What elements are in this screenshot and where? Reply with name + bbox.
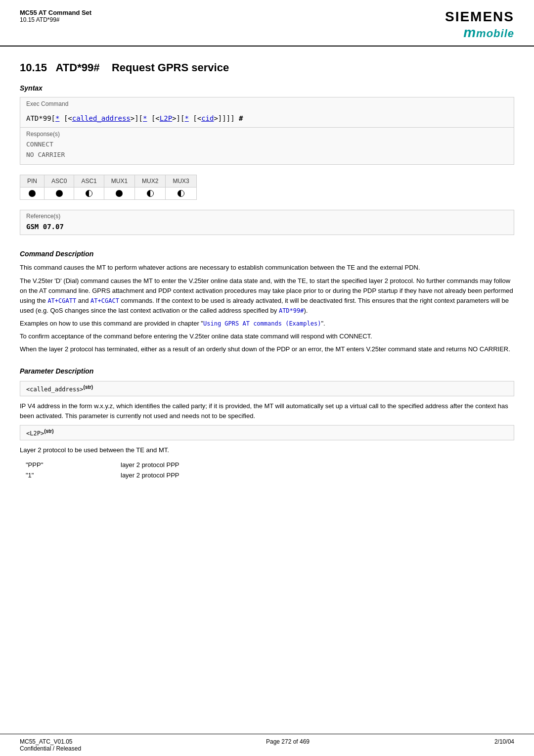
command-text: ATD*99[* [<called_address>][* [<L2P>][* … — [26, 114, 243, 122]
pin-cell-mux3 — [166, 187, 196, 200]
footer-date: 2/10/04 — [494, 738, 514, 752]
page-footer: MC55_ATC_V01.05 Confidential / Released … — [0, 734, 534, 756]
pin-header-mux1: MUX1 — [104, 175, 134, 187]
circle-full-pin — [29, 190, 36, 197]
section-heading: 10.15 ATD*99# Request GPRS service — [20, 61, 514, 74]
cmd-desc-para-1: This command causes the MT to perform wh… — [20, 263, 514, 273]
l2p-superscript: (str) — [44, 428, 53, 434]
page-header: MC55 AT Command Set 10.15 ATD*99# SIEMEN… — [0, 0, 534, 47]
cmd-desc-para-5: When the layer 2 protocol has terminated… — [20, 344, 514, 354]
command-line: ATD*99[* [<called_address>][* [<L2P>][* … — [20, 110, 514, 127]
circle-full-asc0 — [56, 190, 63, 197]
param-called-address-box: <called_address>(str) — [20, 381, 514, 396]
cmd-desc-para-4: To confirm acceptance of the command bef… — [20, 331, 514, 341]
pin-cell-asc0 — [44, 187, 74, 200]
pin-cell-mux1 — [104, 187, 134, 200]
pin-header-mux2: MUX2 — [135, 175, 166, 187]
param-l2p-val-ppp: "PPP" — [21, 460, 120, 470]
pin-header-pin: PIN — [20, 175, 44, 187]
main-content: 10.15 ATD*99# Request GPRS service Synta… — [0, 47, 534, 511]
pin-header-asc1: ASC1 — [74, 175, 104, 187]
pin-table-container: PIN ASC0 ASC1 MUX1 MUX2 MUX3 — [20, 175, 514, 200]
section-number: 10.15 — [20, 61, 47, 74]
pin-table: PIN ASC0 ASC1 MUX1 MUX2 MUX3 — [20, 175, 197, 200]
reference-value: GSM 07.07 — [20, 221, 514, 235]
syntax-label: Syntax — [20, 84, 514, 92]
parameter-description-section: Parameter Description <called_address>(s… — [20, 367, 514, 481]
header-logo: SIEMENS mmobile — [445, 9, 514, 41]
param-l2p-row-ppp: "PPP" layer 2 protocol PPP — [21, 460, 513, 470]
param-l2p-desc-1: layer 2 protocol PPP — [121, 471, 513, 480]
param-l2p-desc: Layer 2 protocol to be used between the … — [20, 445, 514, 455]
pin-cell-pin — [20, 187, 44, 200]
reference-label: Reference(s) — [20, 210, 514, 221]
cmd-desc-para-2: The V.25ter 'D' (Dial) command causes th… — [20, 276, 514, 316]
called-address-superscript: (str) — [84, 384, 93, 390]
footer-left: MC55_ATC_V01.05 Confidential / Released — [20, 738, 81, 752]
command-description-section: Command Description This command causes … — [20, 250, 514, 354]
pin-header-mux3: MUX3 — [166, 175, 196, 187]
pin-cell-asc1 — [74, 187, 104, 200]
response-values: CONNECTNO CARRIER — [20, 139, 514, 164]
param-called-address-desc: IP V4 address in the form w.x.y.z, which… — [20, 401, 514, 421]
cmd-desc-para-3: Examples on how to use this command are … — [20, 319, 514, 329]
param-l2p-desc-ppp: layer 2 protocol PPP — [121, 460, 513, 470]
footer-page: Page 272 of 469 — [266, 738, 310, 752]
param-l2p-val-1: "1" — [21, 471, 120, 480]
param-l2p-table: "PPP" layer 2 protocol PPP "1" layer 2 p… — [20, 459, 514, 481]
exec-command-label: Exec Command — [20, 97, 514, 110]
footer-confidential: Confidential / Released — [20, 745, 81, 752]
syntax-box: Exec Command ATD*99[* [<called_address>]… — [20, 97, 514, 165]
circle-half-mux2 — [147, 190, 154, 197]
response-label: Response(s) — [20, 128, 514, 139]
footer-doc-id: MC55_ATC_V01.05 — [20, 738, 81, 745]
header-title: MC55 AT Command Set — [20, 9, 91, 16]
section-title: Request GPRS service — [112, 61, 229, 74]
pin-cell-mux2 — [135, 187, 166, 200]
pin-row — [20, 187, 197, 200]
circle-half-asc1 — [86, 190, 92, 197]
circle-half-mux3 — [178, 190, 184, 197]
reference-box: Reference(s) GSM 07.07 — [20, 210, 514, 235]
siemens-logo: SIEMENS — [445, 9, 514, 25]
command-description-heading: Command Description — [20, 250, 514, 258]
param-l2p-box: <L2P>(str) — [20, 425, 514, 440]
header-left: MC55 AT Command Set 10.15 ATD*99# — [20, 9, 91, 23]
parameter-description-heading: Parameter Description — [20, 367, 514, 375]
section-command: ATD*99# — [56, 61, 100, 74]
header-subtitle: 10.15 ATD*99# — [20, 16, 91, 23]
mobile-logo: mmobile — [445, 25, 514, 41]
param-l2p-row-1: "1" layer 2 protocol PPP — [21, 471, 513, 480]
circle-full-mux1 — [116, 190, 123, 197]
pin-header-asc0: ASC0 — [44, 175, 74, 187]
